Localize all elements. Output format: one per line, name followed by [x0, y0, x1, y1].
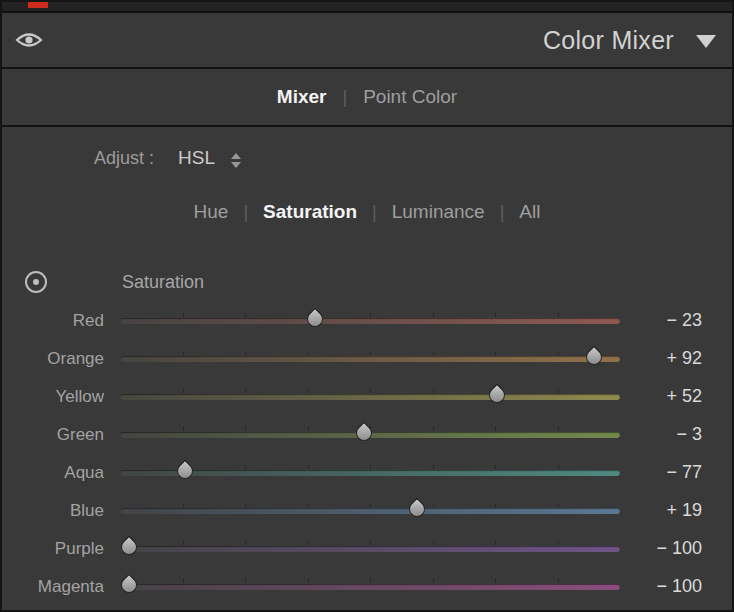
- panel-title: Color Mixer: [543, 26, 674, 55]
- slider-track[interactable]: [120, 538, 620, 560]
- adjust-label: Adjust :: [94, 148, 154, 169]
- top-strip: [2, 2, 732, 13]
- divider: [2, 125, 732, 127]
- slider-track-bar[interactable]: [120, 470, 620, 476]
- panel-visibility-eye-icon[interactable]: [15, 30, 43, 50]
- slider-row-red: Red − 23: [2, 302, 734, 340]
- slider-label: Purple: [2, 539, 104, 559]
- red-accent-marker: [28, 2, 48, 8]
- slider-value[interactable]: − 77: [612, 462, 702, 483]
- slider-label: Yellow: [2, 387, 104, 407]
- slider-track-bar[interactable]: [120, 356, 620, 362]
- slider-track-bar[interactable]: [120, 508, 620, 514]
- slider-thumb[interactable]: [118, 536, 141, 559]
- adjust-mode-select[interactable]: HSL: [178, 147, 215, 169]
- slider-thumb[interactable]: [406, 498, 429, 521]
- slider-row-yellow: Yellow + 52: [2, 378, 734, 416]
- slider-track[interactable]: [120, 386, 620, 408]
- tab-mixer[interactable]: Mixer: [277, 86, 327, 108]
- tab-separator: |: [500, 202, 505, 223]
- slider-label: Green: [2, 425, 104, 445]
- slider-track-bar[interactable]: [120, 394, 620, 400]
- tab-point-color[interactable]: Point Color: [363, 86, 457, 108]
- slider-thumb[interactable]: [304, 308, 327, 331]
- mode-tab-saturation[interactable]: Saturation: [263, 201, 357, 223]
- slider-row-orange: Orange + 92: [2, 340, 734, 378]
- section-title: Saturation: [122, 272, 204, 293]
- mixer-tabs: Mixer|Point Color: [2, 69, 732, 125]
- slider-label: Magenta: [2, 577, 104, 597]
- slider-label: Orange: [2, 349, 104, 369]
- slider-track[interactable]: [120, 462, 620, 484]
- adjust-stepper-icon[interactable]: [231, 153, 241, 168]
- target-adjustment-tool-icon[interactable]: [25, 271, 47, 293]
- slider-thumb[interactable]: [582, 346, 605, 369]
- slider-track[interactable]: [120, 348, 620, 370]
- slider-track[interactable]: [120, 500, 620, 522]
- slider-label: Blue: [2, 501, 104, 521]
- stepper-down-icon[interactable]: [231, 162, 241, 168]
- tab-separator: |: [372, 202, 377, 223]
- slider-thumb[interactable]: [173, 460, 196, 483]
- target-dot-icon: [33, 279, 39, 285]
- slider-value[interactable]: + 19: [612, 500, 702, 521]
- mode-tab-all[interactable]: All: [519, 201, 540, 223]
- slider-track-bar[interactable]: [120, 546, 620, 552]
- color-mixer-panel: Color Mixer Mixer|Point Color Adjust : H…: [0, 0, 734, 612]
- stepper-up-icon[interactable]: [231, 153, 241, 159]
- slider-track[interactable]: [120, 310, 620, 332]
- mode-tab-hue[interactable]: Hue: [194, 201, 229, 223]
- slider-row-aqua: Aqua − 77: [2, 454, 734, 492]
- slider-value[interactable]: − 100: [612, 538, 702, 559]
- slider-row-blue: Blue + 19: [2, 492, 734, 530]
- saturation-sliders: Red − 23 Orange + 92 Yellow + 52 Green: [2, 302, 734, 606]
- slider-track-bar[interactable]: [120, 318, 620, 324]
- slider-value[interactable]: − 23: [612, 310, 702, 331]
- slider-track[interactable]: [120, 424, 620, 446]
- tab-separator: |: [243, 202, 248, 223]
- slider-track-bar[interactable]: [120, 584, 620, 590]
- slider-row-green: Green − 3: [2, 416, 734, 454]
- slider-thumb[interactable]: [352, 422, 375, 445]
- slider-row-purple: Purple − 100: [2, 530, 734, 568]
- slider-value[interactable]: − 3: [612, 424, 702, 445]
- slider-track[interactable]: [120, 576, 620, 598]
- slider-row-magenta: Magenta − 100: [2, 568, 734, 606]
- slider-label: Red: [2, 311, 104, 331]
- slider-thumb[interactable]: [118, 574, 141, 597]
- slider-thumb[interactable]: [486, 384, 509, 407]
- collapse-triangle-icon[interactable]: [696, 35, 716, 48]
- slider-value[interactable]: + 92: [612, 348, 702, 369]
- hsl-mode-tabs: Hue|Saturation|Luminance|All: [2, 198, 732, 226]
- tab-separator: |: [342, 87, 347, 108]
- slider-label: Aqua: [2, 463, 104, 483]
- slider-value[interactable]: + 52: [612, 386, 702, 407]
- slider-value[interactable]: − 100: [612, 576, 702, 597]
- mode-tab-luminance[interactable]: Luminance: [392, 201, 485, 223]
